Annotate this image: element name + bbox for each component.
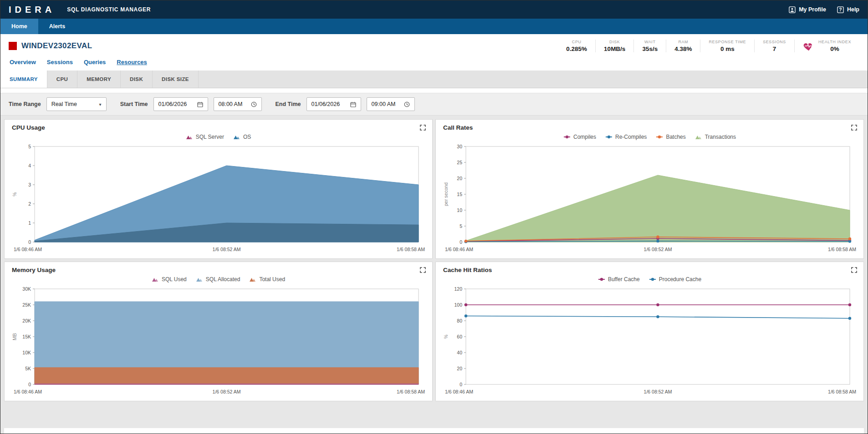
end-time-group: End Time 01/06/2026 09:00 AM	[276, 97, 415, 111]
expand-icon[interactable]	[851, 125, 857, 131]
svg-text:120: 120	[454, 286, 462, 292]
svg-text:30K: 30K	[22, 286, 31, 292]
legend-label: Buffer Cache	[608, 276, 640, 283]
svg-text:15: 15	[457, 192, 462, 197]
app-title: SQL DIAGNOSTIC MANAGER	[67, 6, 151, 13]
nav-tab-home[interactable]: Home	[0, 19, 38, 34]
stat-health-index: HEALTH INDEX0%	[794, 40, 859, 52]
start-time-label: Start Time	[120, 101, 148, 107]
charts-grid: CPU UsageSQL ServerOS012345%1/6 08:46 AM…	[0, 116, 868, 428]
time-range-label: Time Range	[9, 101, 41, 107]
calendar-icon[interactable]	[350, 101, 356, 107]
subnav-item-queries[interactable]: Queries	[84, 59, 106, 66]
header-actions: My Profile ? Help	[789, 6, 859, 13]
stat-label: WAIT	[642, 40, 658, 44]
svg-text:1: 1	[28, 220, 31, 226]
stat-value: 0.285%	[566, 45, 587, 52]
legend-label: SQL Used	[162, 276, 187, 283]
calendar-icon[interactable]	[197, 101, 203, 107]
svg-text:%: %	[12, 192, 17, 196]
expand-icon[interactable]	[420, 125, 426, 131]
tab-summary[interactable]: SUMMARY	[0, 71, 47, 88]
svg-text:1/6 08:52 AM: 1/6 08:52 AM	[213, 247, 241, 252]
legend-label: Transactions	[705, 134, 736, 140]
time-range-value: Real Time	[51, 101, 77, 107]
help-label: Help	[847, 6, 859, 13]
server-subnav: OverviewSessionsQueriesResources	[9, 52, 859, 71]
subnav-item-resources[interactable]: Resources	[117, 59, 147, 66]
main-nav: HomeAlerts	[0, 19, 868, 34]
clock-icon[interactable]	[404, 101, 410, 107]
legend-item-compiles[interactable]: Compiles	[563, 134, 596, 140]
svg-text:1/6 08:52 AM: 1/6 08:52 AM	[644, 247, 672, 252]
stat-cpu: CPU0.285%	[558, 40, 595, 52]
svg-text:60: 60	[457, 334, 462, 339]
tab-cpu[interactable]: CPU	[47, 71, 77, 88]
legend-item-sql-allocated[interactable]: SQL Allocated	[196, 276, 240, 283]
svg-text:10: 10	[457, 207, 462, 213]
next-row-peek	[4, 428, 864, 434]
chevron-down-icon: ▾	[99, 102, 102, 107]
panel-call-rates: Call RatesCompilesRe-CompilesBatchesTran…	[435, 119, 864, 259]
legend-item-sql-server[interactable]: SQL Server	[186, 134, 224, 140]
legend-item-sql-used[interactable]: SQL Used	[152, 276, 187, 283]
svg-text:10K: 10K	[22, 350, 31, 355]
chart-call-rates: 051015202530per second1/6 08:46 AM1/6 08…	[440, 143, 858, 256]
legend-item-procedure-cache[interactable]: Procedure Cache	[649, 276, 701, 283]
subnav-item-overview[interactable]: Overview	[10, 59, 36, 66]
tab-disk-size[interactable]: DISK SIZE	[153, 71, 199, 88]
start-time-value: 08:00 AM	[219, 101, 243, 107]
svg-text:15K: 15K	[22, 334, 31, 339]
chart-legend: CompilesRe-CompilesBatchesTransactions	[440, 132, 859, 143]
time-range-select[interactable]: Real Time ▾	[46, 97, 107, 111]
svg-text:20K: 20K	[22, 318, 31, 323]
svg-text:?: ?	[839, 7, 842, 12]
help-icon: ?	[837, 6, 844, 13]
tab-disk[interactable]: DISK	[121, 71, 153, 88]
start-time-input[interactable]: 08:00 AM	[214, 97, 262, 111]
expand-icon[interactable]	[851, 267, 857, 273]
legend-label: Compiles	[573, 134, 596, 140]
legend-item-transactions[interactable]: Transactions	[695, 134, 736, 140]
spacer	[0, 88, 868, 93]
legend-label: Batches	[666, 134, 685, 140]
my-profile-button[interactable]: My Profile	[789, 6, 826, 13]
clock-icon[interactable]	[251, 101, 257, 107]
svg-text:100: 100	[454, 302, 462, 308]
stat-value: 0 ms	[709, 45, 746, 52]
legend-item-re-compiles[interactable]: Re-Compiles	[605, 134, 647, 140]
panel-title: CPU Usage	[12, 124, 45, 131]
chart-legend: SQL UsedSQL AllocatedTotal Used	[9, 274, 428, 285]
svg-text:1/6 08:58 AM: 1/6 08:58 AM	[397, 247, 425, 252]
idera-logo: IDERA	[9, 5, 55, 15]
svg-text:1/6 08:46 AM: 1/6 08:46 AM	[445, 247, 473, 252]
heart-icon	[803, 40, 815, 51]
start-date-input[interactable]: 01/06/2026	[153, 97, 208, 111]
resource-tabbar: SUMMARYCPUMEMORYDISKDISK SIZE	[0, 71, 868, 88]
filter-bar: Time Range Real Time ▾ Start Time 01/06/…	[0, 93, 868, 116]
legend-label: Total Used	[259, 276, 285, 283]
start-time-group: Start Time 01/06/2026 08:00 AM	[120, 97, 262, 111]
end-time-input[interactable]: 09:00 AM	[367, 97, 415, 111]
panel-cache-hit-ratios: Cache Hit RatiosBuffer CacheProcedure Ca…	[435, 262, 864, 401]
legend-item-batches[interactable]: Batches	[656, 134, 685, 140]
svg-text:40: 40	[457, 350, 462, 355]
server-section: WINDEV2302EVAL CPU0.285%DISK10MB/sWAIT35…	[0, 34, 868, 71]
legend-item-buffer-cache[interactable]: Buffer Cache	[598, 276, 640, 283]
legend-item-os[interactable]: OS	[233, 134, 251, 140]
svg-text:1/6 08:58 AM: 1/6 08:58 AM	[828, 247, 856, 252]
end-date-input[interactable]: 01/06/2026	[306, 97, 361, 111]
svg-text:2: 2	[28, 201, 31, 207]
chart-cache-hit-ratios: 020406080100120%1/6 08:46 AM1/6 08:52 AM…	[440, 285, 858, 398]
tab-memory[interactable]: MEMORY	[77, 71, 121, 88]
subnav-item-sessions[interactable]: Sessions	[47, 59, 73, 66]
stat-value: 4.38%	[674, 45, 692, 52]
server-row: WINDEV2302EVAL CPU0.285%DISK10MB/sWAIT35…	[9, 40, 859, 52]
chart-legend: Buffer CacheProcedure Cache	[440, 274, 859, 285]
help-button[interactable]: ? Help	[837, 6, 859, 13]
stat-label: RAM	[674, 40, 692, 44]
legend-item-total-used[interactable]: Total Used	[249, 276, 285, 283]
server-stats: CPU0.285%DISK10MB/sWAIT35s/sRAM4.38%RESP…	[558, 40, 859, 52]
nav-tab-alerts[interactable]: Alerts	[38, 19, 76, 34]
expand-icon[interactable]	[420, 267, 426, 273]
